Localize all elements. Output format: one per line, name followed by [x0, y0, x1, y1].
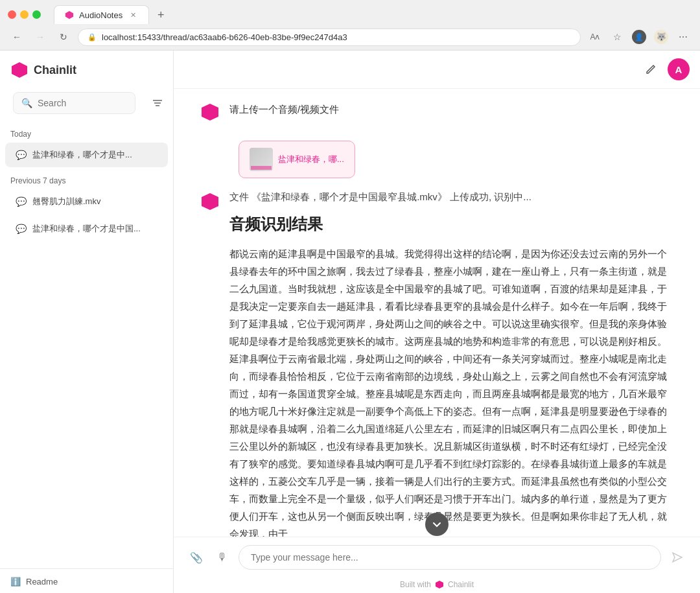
- file-attachment[interactable]: 盐津和绿春，哪...: [239, 141, 355, 178]
- address-actions: Aʌ ☆ 👤 🐺 ⋯: [586, 28, 692, 46]
- address-bar: ← → ↻ 🔒 localhost:15433/thread/ac63aab6-…: [0, 24, 700, 50]
- bot-prompt-text: 请上传一个音频/视频文件: [229, 102, 674, 117]
- window-controls: [8, 10, 41, 19]
- input-bar: 📎 🎙: [174, 537, 700, 580]
- status-content: 文件 《盐津和绿春，哪个才是中国最窄县城.mkv》 上传成功, 识别中... 音…: [229, 191, 674, 537]
- user-message-content: 盐津和绿春，哪...: [239, 135, 674, 178]
- close-window-btn[interactable]: [8, 10, 16, 19]
- svg-marker-7: [436, 581, 443, 588]
- built-with-text: Built with: [400, 580, 431, 589]
- main-content: A 请上传一个音频/视频文件: [174, 51, 700, 593]
- chat-messages: 请上传一个音频/视频文件 盐津和绿春，哪...: [174, 89, 700, 537]
- readme-label: Readme: [26, 577, 58, 587]
- tab-title: AudioNotes: [79, 10, 122, 20]
- filter-btn[interactable]: [147, 93, 168, 113]
- bot-avatar-2: [200, 191, 220, 212]
- tab-bar: AudioNotes ✕ +: [54, 5, 170, 24]
- bot-message-content: 请上传一个音频/视频文件: [229, 102, 674, 117]
- reader-mode-btn[interactable]: Aʌ: [586, 28, 604, 46]
- chat-icon: 💬: [16, 150, 26, 160]
- bot-message-1: 请上传一个音频/视频文件: [200, 102, 674, 122]
- status-text: 文件 《盐津和绿春，哪个才是中国最窄县城.mkv》 上传成功, 识别中...: [229, 191, 674, 203]
- user-avatar[interactable]: A: [668, 58, 690, 80]
- url-text: localhost:15433/thread/ac63aab6-b626-40e…: [102, 32, 347, 42]
- logo-icon: [10, 61, 29, 79]
- svg-marker-5: [202, 104, 218, 121]
- refresh-btn[interactable]: ↻: [54, 28, 73, 46]
- history-item-text: 盐津和绿春，哪个才是中国...: [32, 223, 158, 235]
- menu-btn[interactable]: ⋯: [674, 28, 692, 46]
- extension-btn[interactable]: 🐺: [652, 28, 670, 46]
- send-btn[interactable]: [668, 548, 687, 567]
- sidebar-header: Chainlit: [0, 51, 173, 84]
- history-item-text: 盐津和绿春，哪个才是中...: [32, 149, 139, 161]
- sidebar: Chainlit 🔍 Today 💬 盐津和绿春，哪个才是中... 🗑 Prev…: [0, 51, 174, 593]
- profile-btn[interactable]: 👤: [630, 28, 648, 46]
- today-section-label: Today: [0, 122, 173, 141]
- chainlit-logo: Chainlit: [10, 61, 76, 79]
- search-icon: 🔍: [21, 98, 32, 108]
- result-heading: 音频识别结果: [229, 214, 674, 235]
- svg-marker-1: [12, 62, 27, 78]
- sidebar-item-prev-2[interactable]: 💬 盐津和绿春，哪个才是中国...: [5, 216, 168, 241]
- title-bar: AudioNotes ✕ +: [0, 0, 700, 24]
- scroll-down-btn[interactable]: [425, 513, 449, 536]
- bot-avatar: [200, 102, 220, 122]
- sidebar-item-prev-1[interactable]: 💬 翹臀肌力訓練.mkv: [5, 189, 168, 214]
- sidebar-item-today-1[interactable]: 💬 盐津和绿春，哪个才是中... 🗑: [5, 143, 168, 167]
- result-body: 都说云南的延津县啊是中国最窄的县城。我觉得得出这样的结论啊，是因为你还没去过云南…: [229, 245, 674, 537]
- minimize-window-btn[interactable]: [20, 10, 29, 19]
- app: Chainlit 🔍 Today 💬 盐津和绿春，哪个才是中... 🗑 Prev…: [0, 51, 700, 593]
- search-bar[interactable]: 🔍: [13, 92, 135, 114]
- logo-text: Chainlit: [34, 64, 76, 77]
- input-area: 📎 🎙 Built with Chainlit: [174, 537, 700, 593]
- built-chainlit-text: Chainlit: [448, 580, 474, 589]
- main-header: A: [174, 51, 700, 89]
- attach-btn[interactable]: 📎: [187, 548, 206, 567]
- chat-icon: 💬: [16, 224, 26, 234]
- url-bar[interactable]: 🔒 localhost:15433/thread/ac63aab6-b626-4…: [78, 29, 581, 46]
- search-input[interactable]: [38, 98, 127, 108]
- bookmark-btn[interactable]: ☆: [608, 28, 626, 46]
- svg-marker-0: [65, 11, 73, 19]
- new-tab-btn[interactable]: +: [152, 6, 170, 24]
- file-name: 盐津和绿春，哪...: [278, 154, 344, 165]
- readme-link[interactable]: ℹ️ Readme: [0, 568, 173, 593]
- file-thumbnail: [250, 148, 273, 171]
- active-tab[interactable]: AudioNotes ✕: [54, 5, 149, 24]
- svg-marker-6: [202, 193, 218, 210]
- message-input[interactable]: [239, 545, 661, 570]
- chat-icon: 💬: [16, 196, 26, 207]
- built-with: Built with Chainlit: [174, 580, 700, 593]
- edit-btn[interactable]: [640, 59, 661, 80]
- browser-chrome: AudioNotes ✕ + ← → ↻ 🔒 localhost:15433/t…: [0, 0, 700, 51]
- security-icon: 🔒: [88, 33, 97, 41]
- back-btn[interactable]: ←: [8, 28, 26, 46]
- status-message: 文件 《盐津和绿春，哪个才是中国最窄县城.mkv》 上传成功, 识别中... 音…: [200, 191, 674, 537]
- history-item-text: 翹臀肌力訓練.mkv: [32, 196, 158, 207]
- forward-btn[interactable]: →: [31, 28, 49, 46]
- user-message-1: 盐津和绿春，哪...: [239, 135, 674, 178]
- tab-favicon: [65, 10, 74, 19]
- mic-btn[interactable]: 🎙: [213, 548, 232, 567]
- readme-icon: ℹ️: [10, 577, 21, 587]
- previous-section-label: Previous 7 days: [0, 169, 173, 188]
- maximize-window-btn[interactable]: [32, 10, 41, 19]
- tab-close-btn[interactable]: ✕: [128, 10, 138, 20]
